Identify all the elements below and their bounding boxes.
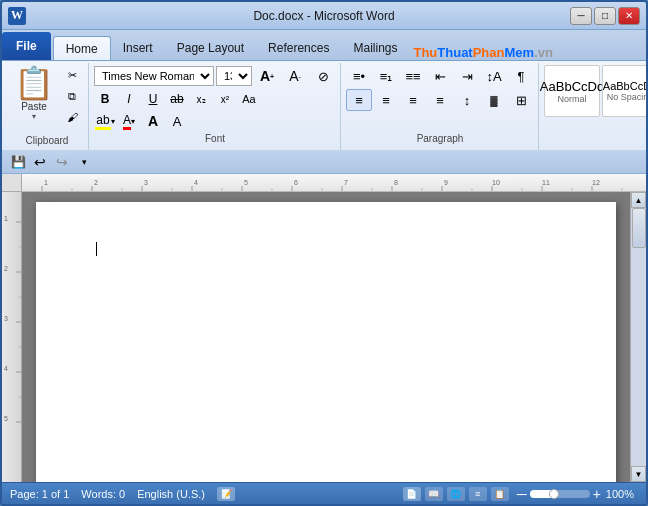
font-name-select[interactable]: Times New Roman	[94, 66, 214, 86]
svg-rect-0	[22, 174, 646, 192]
format-painter-button[interactable]: 🖌	[60, 107, 84, 127]
text-cursor	[96, 242, 556, 258]
underline-button[interactable]: U	[142, 89, 164, 109]
clipboard-small-buttons: ✂ ⧉ 🖌	[60, 65, 84, 127]
clear-format-button[interactable]: ⊘	[310, 65, 336, 87]
align-right-button[interactable]: ≡	[400, 89, 426, 111]
zoom-out-button[interactable]: ─	[517, 486, 527, 502]
zoom-in-button[interactable]: +	[593, 486, 601, 502]
svg-text:5: 5	[244, 179, 248, 186]
sort-button[interactable]: ↕A	[481, 65, 507, 87]
svg-text:3: 3	[144, 179, 148, 186]
ribbon-content: 📋 Paste ▾ ✂ ⧉ 🖌 Clipboard Times New Roma…	[2, 60, 646, 150]
view-web-button[interactable]: 🌐	[447, 487, 465, 501]
quick-access-toolbar: 💾 ↩ ↪ ▾	[2, 150, 646, 174]
text-highlight-button[interactable]: ab ▾	[94, 111, 116, 131]
copy-button[interactable]: ⧉	[60, 86, 84, 106]
clipboard-label: Clipboard	[26, 135, 69, 148]
align-left-button[interactable]: ≡	[346, 89, 372, 111]
maximize-button[interactable]: □	[594, 7, 616, 25]
svg-text:9: 9	[444, 179, 448, 186]
ribbon-group-styles: AaBbCcDd Normal AaBbCcDd No Spacing ▲ ▼ …	[540, 63, 648, 150]
svg-text:6: 6	[294, 179, 298, 186]
close-button[interactable]: ✕	[618, 7, 640, 25]
change-case-button[interactable]: Aa	[238, 89, 260, 109]
style-no-spacing[interactable]: AaBbCcDd No Spacing	[602, 65, 648, 117]
shrink-font-button[interactable]: A-	[282, 65, 308, 87]
ruler-corner	[2, 174, 22, 192]
svg-text:8: 8	[394, 179, 398, 186]
document-scroll-area[interactable]	[22, 192, 630, 482]
ribbon-group-clipboard: 📋 Paste ▾ ✂ ⧉ 🖌 Clipboard	[6, 63, 89, 150]
word-icon: W	[8, 7, 26, 25]
status-bar: Page: 1 of 1 Words: 0 English (U.S.) 📝 📄…	[2, 482, 646, 504]
save-button[interactable]: 💾	[8, 153, 28, 171]
svg-text:2: 2	[4, 265, 8, 272]
document-page[interactable]	[36, 202, 616, 482]
scroll-down-arrow[interactable]: ▼	[631, 466, 646, 482]
svg-text:7: 7	[344, 179, 348, 186]
strikethrough-button[interactable]: ab	[166, 89, 188, 109]
ribbon-tabs: File Home Insert Page Layout References …	[2, 30, 646, 60]
superscript-button[interactable]: x²	[214, 89, 236, 109]
title-bar-left: W	[8, 7, 26, 25]
font-size-select[interactable]: 13	[216, 66, 252, 86]
multilevel-list-button[interactable]: ≡≡	[400, 65, 426, 87]
scroll-track[interactable]	[631, 208, 646, 466]
decrease-indent-button[interactable]: ⇤	[427, 65, 453, 87]
svg-text:5: 5	[4, 415, 8, 422]
cut-button[interactable]: ✂	[60, 65, 84, 85]
customize-quick-access[interactable]: ▾	[74, 153, 94, 171]
document-wrapper: 1 2 3 4 5	[2, 192, 646, 482]
document-page-container	[22, 192, 630, 482]
font-size-change-button[interactable]: A	[142, 111, 164, 131]
italic-button[interactable]: I	[118, 89, 140, 109]
tab-home[interactable]: Home	[53, 36, 111, 60]
font-label: Font	[205, 133, 225, 146]
show-hide-button[interactable]: ¶	[508, 65, 534, 87]
tab-references[interactable]: References	[256, 36, 341, 60]
font-size-decrease-button[interactable]: A	[166, 111, 188, 131]
increase-indent-button[interactable]: ⇥	[454, 65, 480, 87]
ruler-bar: 1 2 3 4 5 6 7 8	[2, 174, 646, 192]
subscript-button[interactable]: x₂	[190, 89, 212, 109]
shading-button[interactable]: ▓	[481, 89, 507, 111]
language-icon[interactable]: 📝	[217, 487, 235, 501]
view-full-reading-button[interactable]: 📖	[425, 487, 443, 501]
view-print-button[interactable]: 📄	[403, 487, 421, 501]
svg-text:4: 4	[194, 179, 198, 186]
svg-text:4: 4	[4, 365, 8, 372]
bullets-button[interactable]: ≡•	[346, 65, 372, 87]
align-center-button[interactable]: ≡	[373, 89, 399, 111]
tab-file[interactable]: File	[2, 32, 51, 60]
minimize-button[interactable]: ─	[570, 7, 592, 25]
paragraph-label: Paragraph	[417, 133, 464, 146]
borders-button[interactable]: ⊞	[508, 89, 534, 111]
grow-font-button[interactable]: A+	[254, 65, 280, 87]
undo-button[interactable]: ↩	[30, 153, 50, 171]
bold-button[interactable]: B	[94, 89, 116, 109]
svg-text:1: 1	[4, 215, 8, 222]
justify-button[interactable]: ≡	[427, 89, 453, 111]
view-outline-button[interactable]: ≡	[469, 487, 487, 501]
vertical-scrollbar[interactable]: ▲ ▼	[630, 192, 646, 482]
numbering-button[interactable]: ≡₁	[373, 65, 399, 87]
redo-button[interactable]: ↪	[52, 153, 72, 171]
svg-text:11: 11	[542, 179, 550, 186]
status-bar-left: Page: 1 of 1 Words: 0 English (U.S.) 📝	[10, 487, 235, 501]
scroll-thumb[interactable]	[632, 208, 646, 248]
status-bar-right: 📄 📖 🌐 ≡ 📋 ─ + 100%	[403, 486, 638, 502]
word-window: W Doc.docx - Microsoft Word ─ □ ✕ File H…	[0, 0, 648, 506]
font-color-button[interactable]: A ▾	[118, 111, 140, 131]
view-draft-button[interactable]: 📋	[491, 487, 509, 501]
style-normal[interactable]: AaBbCcDd Normal	[544, 65, 600, 117]
scroll-up-arrow[interactable]: ▲	[631, 192, 646, 208]
paste-button[interactable]: 📋 Paste ▾	[10, 65, 58, 123]
tab-insert[interactable]: Insert	[111, 36, 165, 60]
line-spacing-button[interactable]: ↕	[454, 89, 480, 111]
tab-page-layout[interactable]: Page Layout	[165, 36, 256, 60]
tab-mailings[interactable]: Mailings	[341, 36, 409, 60]
title-bar-controls: ─ □ ✕	[570, 7, 640, 25]
window-title: Doc.docx - Microsoft Word	[253, 9, 394, 23]
zoom-slider[interactable]	[530, 490, 590, 498]
